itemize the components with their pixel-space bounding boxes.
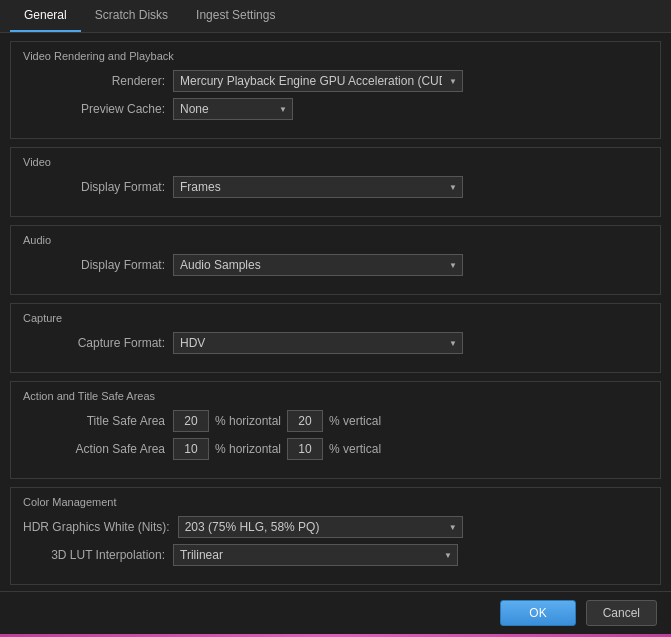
capture-title: Capture [23,312,648,324]
ok-button[interactable]: OK [500,600,575,626]
capture-format-label: Capture Format: [23,336,173,350]
title-safe-row: Title Safe Area % horizontal % vertical [23,410,648,432]
video-display-format-select[interactable]: Frames Timecode Feet + Frames 16mm Feet … [173,176,463,198]
title-safe-pct-v: % vertical [329,414,381,428]
preview-cache-label: Preview Cache: [23,102,173,116]
audio-display-format-row: Display Format: Audio Samples Millisecon… [23,254,648,276]
lut-select-wrapper: Trilinear Tetrahedral [173,544,458,566]
action-safe-h-input[interactable] [173,438,209,460]
renderer-label: Renderer: [23,74,173,88]
hdr-select-wrapper: 203 (75% HLG, 58% PQ) 100 203 400 [178,516,463,538]
renderer-select-wrapper: Mercury Playback Engine GPU Acceleration… [173,70,463,92]
dialog: General Scratch Disks Ingest Settings Vi… [0,0,671,637]
hdr-row: HDR Graphics White (Nits): 203 (75% HLG,… [23,516,648,538]
action-safe-v-input[interactable] [287,438,323,460]
video-rendering-title: Video Rendering and Playback [23,50,648,62]
action-safe-pct-h: % horizontal [215,442,281,456]
title-safe-pct-h: % horizontal [215,414,281,428]
video-display-format-label: Display Format: [23,180,173,194]
audio-title: Audio [23,234,648,246]
title-safe-fields: % horizontal % vertical [173,410,381,432]
audio-display-format-select[interactable]: Audio Samples Milliseconds [173,254,463,276]
tab-ingest-settings[interactable]: Ingest Settings [182,0,289,32]
video-title: Video [23,156,648,168]
video-display-format-row: Display Format: Frames Timecode Feet + F… [23,176,648,198]
preview-cache-select-wrapper: None I-Frame Only MPEG MPEG [173,98,293,120]
capture-section: Capture Capture Format: HDV DV [10,303,661,373]
lut-select[interactable]: Trilinear Tetrahedral [173,544,458,566]
hdr-select[interactable]: 203 (75% HLG, 58% PQ) 100 203 400 [178,516,463,538]
content-area: Video Rendering and Playback Renderer: M… [0,33,671,591]
title-safe-v-input[interactable] [287,410,323,432]
footer: OK Cancel [0,591,671,634]
action-safe-fields: % horizontal % vertical [173,438,381,460]
audio-display-format-label: Display Format: [23,258,173,272]
renderer-select[interactable]: Mercury Playback Engine GPU Acceleration… [173,70,463,92]
preview-cache-row: Preview Cache: None I-Frame Only MPEG MP… [23,98,648,120]
video-display-format-wrapper: Frames Timecode Feet + Frames 16mm Feet … [173,176,463,198]
safe-areas-title: Action and Title Safe Areas [23,390,648,402]
video-section: Video Display Format: Frames Timecode Fe… [10,147,661,217]
action-safe-label: Action Safe Area [23,442,173,456]
tab-general[interactable]: General [10,0,81,32]
capture-format-row: Capture Format: HDV DV [23,332,648,354]
audio-display-format-wrapper: Audio Samples Milliseconds [173,254,463,276]
capture-format-select[interactable]: HDV DV [173,332,463,354]
audio-section: Audio Display Format: Audio Samples Mill… [10,225,661,295]
hdr-label: HDR Graphics White (Nits): [23,520,178,534]
title-safe-h-input[interactable] [173,410,209,432]
lut-row: 3D LUT Interpolation: Trilinear Tetrahed… [23,544,648,566]
tab-scratch-disks[interactable]: Scratch Disks [81,0,182,32]
action-safe-pct-v: % vertical [329,442,381,456]
capture-format-wrapper: HDV DV [173,332,463,354]
tab-bar: General Scratch Disks Ingest Settings [0,0,671,33]
video-rendering-section: Video Rendering and Playback Renderer: M… [10,41,661,139]
color-management-title: Color Management [23,496,648,508]
preview-cache-select[interactable]: None I-Frame Only MPEG MPEG [173,98,293,120]
lut-label: 3D LUT Interpolation: [23,548,173,562]
title-safe-label: Title Safe Area [23,414,173,428]
cancel-button[interactable]: Cancel [586,600,657,626]
action-safe-row: Action Safe Area % horizontal % vertical [23,438,648,460]
safe-areas-section: Action and Title Safe Areas Title Safe A… [10,381,661,479]
renderer-row: Renderer: Mercury Playback Engine GPU Ac… [23,70,648,92]
color-management-section: Color Management HDR Graphics White (Nit… [10,487,661,585]
